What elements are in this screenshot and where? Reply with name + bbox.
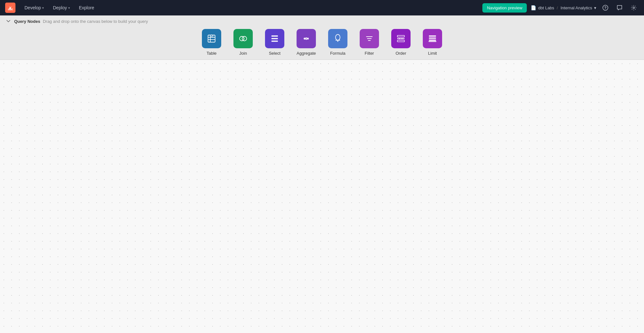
svg-point-20: [337, 41, 338, 42]
svg-point-5: [633, 7, 635, 9]
nav-deploy[interactable]: Deploy ▾: [49, 3, 74, 12]
workspace-project: Internal Analytics: [561, 5, 592, 10]
dbt-logo-icon: x dbt: [5, 3, 15, 13]
help-button[interactable]: ?: [600, 3, 611, 13]
collapse-icon: [6, 19, 11, 23]
query-nodes-title: Query Nodes: [14, 19, 40, 24]
deploy-chevron-icon: ▾: [68, 6, 70, 10]
join-icon: [239, 34, 248, 43]
order-node-label: Order: [395, 51, 406, 56]
node-limit[interactable]: Limit: [418, 29, 447, 56]
workspace-separator: /: [557, 5, 558, 10]
order-node-icon: [391, 29, 411, 48]
node-order[interactable]: Order: [386, 29, 415, 56]
svg-rect-32: [429, 40, 436, 41]
svg-rect-30: [429, 35, 436, 37]
query-canvas[interactable]: [0, 60, 644, 333]
node-filter[interactable]: Filter: [355, 29, 384, 56]
settings-icon: [631, 5, 637, 11]
limit-icon: [428, 34, 437, 43]
order-icon: [396, 34, 405, 43]
table-icon: [207, 34, 216, 43]
navigation-preview-button[interactable]: Navigation preview: [482, 3, 527, 13]
svg-rect-14: [271, 38, 278, 39]
node-join[interactable]: Join: [229, 29, 258, 56]
svg-point-12: [242, 36, 247, 41]
svg-rect-24: [397, 35, 404, 37]
collapse-button[interactable]: [5, 18, 12, 24]
logo[interactable]: x dbt: [5, 3, 15, 13]
table-node-label: Table: [206, 51, 216, 56]
formula-icon: [333, 34, 342, 43]
formula-node-label: Formula: [330, 51, 346, 56]
aggregate-node-icon: [297, 29, 316, 48]
navbar: x dbt Develop ▾ Deploy ▾ Explore Navigat…: [0, 0, 644, 15]
svg-rect-13: [271, 35, 278, 37]
limit-node-label: Limit: [428, 51, 437, 56]
aggregate-node-label: Aggregate: [297, 51, 316, 56]
svg-point-18: [336, 34, 340, 40]
svg-rect-31: [429, 38, 436, 39]
filter-icon: [365, 34, 374, 43]
filter-node-icon: [360, 29, 379, 48]
workspace-org: dbt Labs: [538, 5, 554, 10]
query-nodes-items: Table Join: [5, 26, 639, 60]
join-node-icon: [233, 29, 253, 48]
select-node-label: Select: [269, 51, 280, 56]
develop-chevron-icon: ▾: [42, 6, 44, 10]
main-content: Query Nodes Drag and drop onto the canva…: [0, 15, 644, 333]
svg-text:dbt: dbt: [8, 7, 13, 11]
workspace-selector[interactable]: 📄 dbt Labs / Internal Analytics ▾: [531, 5, 596, 10]
workspace-chevron-icon: ▾: [594, 5, 596, 10]
nav-explore[interactable]: Explore: [75, 3, 98, 12]
aggregate-icon: [302, 34, 311, 43]
node-formula[interactable]: Formula: [323, 29, 352, 56]
limit-node-icon: [423, 29, 442, 48]
svg-point-16: [304, 38, 306, 40]
nav-right: Navigation preview 📄 dbt Labs / Internal…: [482, 3, 639, 13]
nav-develop[interactable]: Develop ▾: [21, 3, 48, 12]
select-icon: [270, 34, 279, 43]
nav-items: Develop ▾ Deploy ▾ Explore: [21, 3, 480, 12]
help-icon: ?: [602, 5, 608, 11]
svg-text:?: ?: [604, 6, 607, 10]
query-nodes-bar: Query Nodes Drag and drop onto the canva…: [0, 15, 644, 60]
node-select[interactable]: Select: [260, 29, 289, 56]
workspace-file-icon: 📄: [531, 5, 536, 10]
chat-button[interactable]: [614, 3, 625, 13]
node-table[interactable]: Table: [197, 29, 226, 56]
svg-rect-15: [271, 41, 278, 42]
query-nodes-hint: Drag and drop onto the canvas below to b…: [43, 19, 148, 24]
join-node-label: Join: [239, 51, 247, 56]
chat-icon: [617, 5, 622, 11]
formula-node-icon: [328, 29, 347, 48]
svg-rect-26: [397, 40, 404, 42]
svg-point-17: [307, 38, 309, 40]
node-aggregate[interactable]: Aggregate: [292, 29, 321, 56]
query-nodes-header: Query Nodes Drag and drop onto the canva…: [5, 15, 639, 26]
filter-node-label: Filter: [365, 51, 374, 56]
settings-button[interactable]: [629, 3, 639, 13]
table-node-icon: [202, 29, 221, 48]
select-node-icon: [265, 29, 284, 48]
